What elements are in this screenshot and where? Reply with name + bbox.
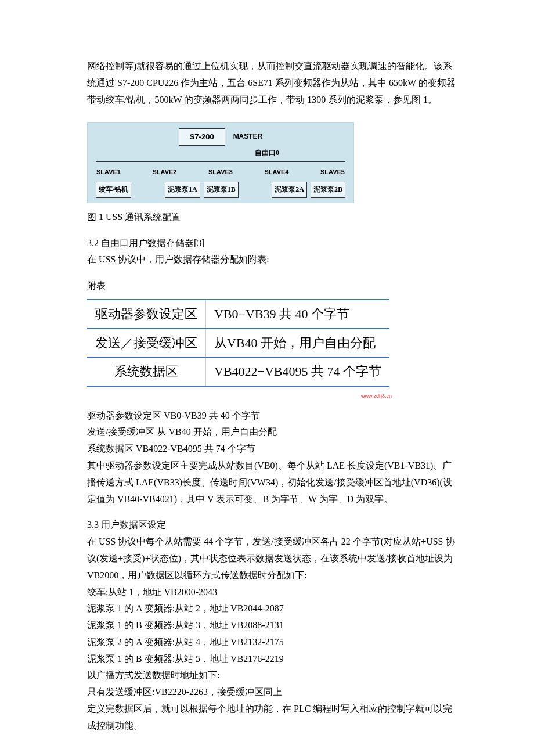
slave-label: SLAVE4	[265, 167, 289, 178]
after-table-line: 系统数据区 VB4022-VB4095 共 74 个字节	[87, 441, 459, 458]
uss-diagram: S7-200 MASTER 自由口0 SLAVE1 SLAVE2 SLAVE3 …	[87, 122, 354, 203]
section-33-line: 泥浆泵 1 的 B 变频器:从站 5，地址 VB2176-2219	[87, 651, 459, 668]
after-table-line: 驱动器参数设定区 VB0-VB39 共 40 个字节	[87, 408, 459, 424]
figure-caption: 图 1 USS 通讯系统配置	[87, 209, 459, 226]
section-33-line: 以广播方式发送数据时地址如下:	[87, 667, 459, 684]
slave-label: SLAVE1	[96, 167, 121, 178]
section-33-line: 绞车:从站 1，地址 VB2000-2043	[87, 584, 459, 601]
table-cell: 系统数据区	[87, 357, 206, 386]
master-box: S7-200	[179, 128, 225, 145]
watermark-text: www.zdh8.cn	[361, 391, 392, 401]
section-33-line: 定义完数据区后，就可以根据每个地址的功能，在 PLC 编程时写入相应的控制字就可…	[87, 701, 459, 735]
section-33-line: 泥浆泵 2 的 A 变频器:从站 4，地址 VB2132-2175	[87, 634, 459, 651]
section-33-line: 泥浆泵 1 的 A 变频器:从站 2，地址 VB2044-2087	[87, 600, 459, 617]
memory-allocation-table: 驱动器参数设定区 VB0−VB39 共 40 个字节 发送／接受缓冲区 从VB4…	[87, 299, 389, 387]
port-label: 自由口0	[189, 147, 345, 160]
section-32-line: 在 USS 协议中，用户数据存储器分配如附表:	[87, 251, 459, 268]
section-33-line: 只有发送缓冲区:VB2220-2263，接受缓冲区同上	[87, 684, 459, 701]
section-33-line: 在 USS 协议中每个从站需要 44 个字节，发送/接受缓冲区各占 22 个字节…	[87, 534, 459, 584]
table-row: 系统数据区 VB4022−VB4095 共 74 个字节	[87, 357, 389, 386]
leaf-box: 泥浆泵2B	[311, 182, 345, 198]
bus-line	[96, 161, 345, 162]
table-row: 驱动器参数设定区 VB0−VB39 共 40 个字节	[87, 300, 389, 329]
leaf-box: 泥浆泵1B	[204, 182, 239, 198]
leaf-box: 绞车/钻机	[96, 182, 131, 198]
section-33-title: 3.3 用户数据区设定	[87, 517, 459, 534]
intro-paragraph: 网络控制等)就很容易的通过上位机实现，从而控制交直流驱动器实现调速的智能化。该系…	[87, 58, 459, 108]
slave-label: SLAVE2	[153, 167, 177, 178]
table-cell: 从VB40 开始，用户自由分配	[206, 329, 390, 358]
table-row: 发送／接受缓冲区 从VB40 开始，用户自由分配	[87, 329, 389, 358]
table-cell: 驱动器参数设定区	[87, 300, 206, 329]
table-cell: VB0−VB39 共 40 个字节	[206, 300, 390, 329]
table-label: 附表	[87, 278, 459, 294]
leaf-box: 泥浆泵1A	[165, 182, 200, 198]
after-table-line: 发送/接受缓冲区 从 VB40 开始，用户自由分配	[87, 424, 459, 441]
slave-label: SLAVE5	[320, 167, 345, 178]
leaf-box: 泥浆泵2A	[272, 182, 307, 198]
master-label: MASTER	[233, 131, 263, 143]
table-cell: 发送／接受缓冲区	[87, 329, 206, 358]
slave-label: SLAVE3	[208, 167, 233, 178]
section-33-line: 泥浆泵 1 的 B 变频器:从站 3，地址 VB2088-2131	[87, 617, 459, 634]
section-32-title: 3.2 自由口用户数据存储器[3]	[87, 235, 459, 252]
table-cell: VB4022−VB4095 共 74 个字节	[206, 357, 390, 386]
after-table-line: 其中驱动器参数设定区主要完成从站数目(VB0)、每个从站 LAE 长度设定(VB…	[87, 458, 459, 507]
